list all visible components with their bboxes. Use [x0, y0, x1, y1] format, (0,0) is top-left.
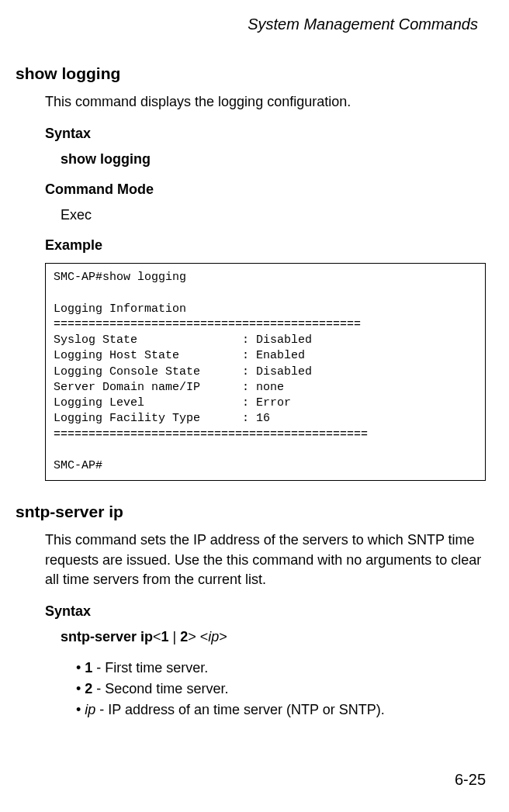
section1-mode-heading: Command Mode: [45, 181, 486, 198]
bullet-1-bold: 1: [85, 660, 92, 676]
syntax-lt2: <: [196, 629, 209, 644]
section2-description: This command sets the IP address of the …: [45, 530, 486, 589]
section1-syntax-heading: Syntax: [45, 126, 486, 142]
section-title-sntp-server-ip: sntp-server ip: [16, 503, 486, 521]
bullet-2-text: - Second time server.: [92, 681, 228, 696]
syntax-gt2: >: [219, 629, 227, 644]
syntax-gt1: >: [188, 629, 196, 644]
page-header-title: System Management Commands: [23, 16, 486, 33]
bullet-item-1: • 1 - First time server.: [76, 658, 486, 679]
section1-description: This command displays the logging config…: [45, 92, 486, 112]
section1-example-heading: Example: [45, 237, 486, 254]
code-example-block: SMC-AP#show logging Logging Information …: [45, 263, 486, 481]
syntax-arg-ip: ip: [208, 629, 219, 644]
bullet-list: • 1 - First time server. • 2 - Second ti…: [76, 658, 486, 720]
syntax-lt1: <: [153, 629, 161, 644]
section2-syntax-heading: Syntax: [45, 603, 486, 620]
bullet-item-2: • 2 - Second time server.: [76, 679, 486, 700]
section1-mode-text: Exec: [61, 207, 486, 223]
bullet-item-3: • ip - IP address of an time server (NTP…: [76, 700, 486, 720]
section-title-show-logging: show logging: [16, 64, 486, 83]
syntax-command: sntp-server ip: [61, 629, 153, 644]
section2-syntax-line: sntp-server ip<1 | 2> <ip>: [61, 629, 486, 645]
syntax-arg-2: 2: [180, 629, 188, 644]
bullet-2-bold: 2: [85, 681, 92, 696]
syntax-arg-1: 1: [161, 629, 169, 644]
page-number: 6-25: [455, 771, 486, 789]
bullet-1-text: - First time server.: [92, 660, 208, 676]
syntax-pipe: |: [169, 629, 181, 644]
bullet-3-italic: ip: [85, 702, 95, 717]
bullet-3-text: - IP address of an time server (NTP or S…: [95, 702, 384, 717]
section1-syntax-text: show logging: [61, 151, 486, 168]
